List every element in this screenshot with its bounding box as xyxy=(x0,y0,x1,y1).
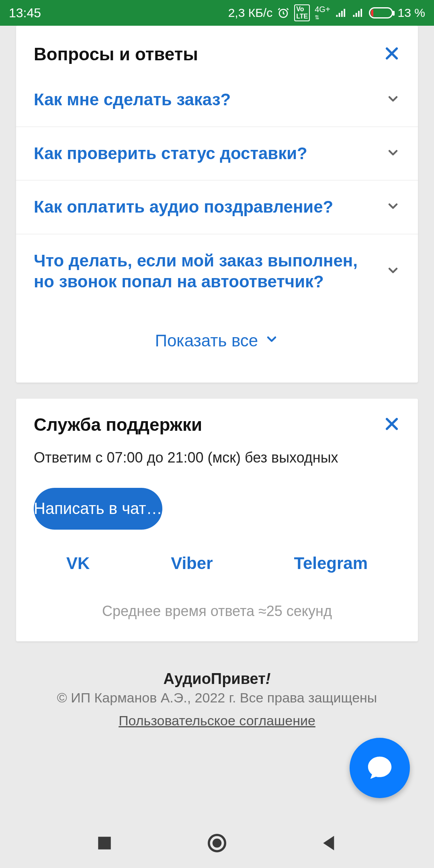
faq-question: Как мне сделать заказ? xyxy=(34,89,231,111)
nav-recent-button[interactable] xyxy=(94,832,115,856)
chevron-down-icon xyxy=(386,145,400,162)
faq-question: Как проверить статус доставки? xyxy=(34,143,307,164)
support-title: Служба поддержки xyxy=(34,415,202,435)
svg-rect-1 xyxy=(98,837,111,850)
support-link-vk[interactable]: VK xyxy=(66,554,90,573)
signal-icon-2 xyxy=(352,7,364,19)
chevron-down-icon xyxy=(386,263,400,279)
alarm-icon xyxy=(277,7,289,19)
support-card: Служба поддержки Ответим с 07:00 до 21:0… xyxy=(16,399,418,641)
footer-brand-a: АудиоПривет xyxy=(164,670,266,687)
nav-home-button[interactable] xyxy=(206,832,228,856)
faq-question: Что делать, если мой заказ выполнен, но … xyxy=(34,250,374,293)
faq-header: Вопросы и ответы xyxy=(16,28,418,74)
chat-fab[interactable] xyxy=(350,738,410,798)
support-link-viber[interactable]: Viber xyxy=(171,554,213,573)
support-avg-time: Среднее время ответа ≈25 секунд xyxy=(16,592,418,641)
footer-brand-b: ! xyxy=(266,670,271,687)
page-content: Вопросы и ответы Как мне сделать заказ? … xyxy=(0,26,434,820)
faq-item[interactable]: Как проверить статус доставки? xyxy=(16,127,418,181)
faq-item[interactable]: Что делать, если мой заказ выполнен, но … xyxy=(16,234,418,309)
faq-card: Вопросы и ответы Как мне сделать заказ? … xyxy=(16,26,418,383)
write-chat-button[interactable]: Написать в чат… xyxy=(34,488,162,530)
faq-title: Вопросы и ответы xyxy=(34,44,198,64)
support-header: Служба поддержки xyxy=(16,399,418,444)
close-icon[interactable] xyxy=(383,416,400,434)
svg-point-3 xyxy=(213,839,222,848)
faq-item[interactable]: Как оплатить аудио поздравление? xyxy=(16,180,418,234)
status-net-speed: 2,3 КБ/с xyxy=(228,6,273,20)
footer-brand: АудиоПривет! xyxy=(24,670,410,688)
footer-terms-link[interactable]: Пользовательское соглашение xyxy=(119,713,315,728)
android-nav-bar xyxy=(0,820,434,868)
support-subtitle: Ответим с 07:00 до 21:00 (мск) без выход… xyxy=(16,444,418,481)
status-time: 13:45 xyxy=(9,6,41,20)
support-links: VK Viber Telegram xyxy=(16,546,418,592)
close-icon[interactable] xyxy=(383,45,400,63)
chevron-down-icon xyxy=(386,92,400,108)
support-link-telegram[interactable]: Telegram xyxy=(294,554,368,573)
chat-bubble-icon xyxy=(366,753,394,783)
volte-icon: VoLTE xyxy=(294,4,310,21)
nav-back-button[interactable] xyxy=(319,832,340,856)
footer-copyright: © ИП Карманов А.Э., 2022 г. Все права за… xyxy=(24,690,410,706)
status-net-type: 4G+⇅ xyxy=(315,6,330,20)
chevron-down-icon xyxy=(386,199,400,215)
status-bar: 13:45 2,3 КБ/с VoLTE 4G+⇅ 13 % xyxy=(0,0,434,26)
battery-icon xyxy=(369,7,393,18)
signal-icon-1 xyxy=(335,7,347,19)
faq-question: Как оплатить аудио поздравление? xyxy=(34,197,333,218)
faq-item[interactable]: Как мне сделать заказ? xyxy=(16,74,418,127)
show-all-label: Показать все xyxy=(155,331,258,350)
page-footer: АудиоПривет! © ИП Карманов А.Э., 2022 г.… xyxy=(16,657,418,737)
write-chat-label: Написать в чат… xyxy=(34,500,162,518)
status-right: 2,3 КБ/с VoLTE 4G+⇅ 13 % xyxy=(228,4,425,21)
chevron-down-icon xyxy=(264,331,279,350)
status-battery-text: 13 % xyxy=(398,6,425,20)
show-all-button[interactable]: Показать все xyxy=(16,309,418,383)
